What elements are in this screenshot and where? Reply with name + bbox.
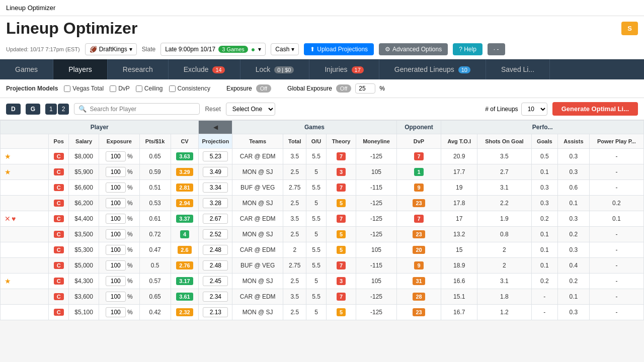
- star-icon[interactable]: ★: [5, 152, 11, 160]
- consistency-input[interactable]: [169, 85, 176, 92]
- exposure-toggle[interactable]: Off: [256, 84, 271, 93]
- exposure-input[interactable]: [106, 276, 126, 286]
- exposure-cell[interactable]: %: [99, 211, 139, 227]
- search-input[interactable]: [90, 106, 195, 113]
- projection-cell[interactable]: [199, 258, 232, 274]
- exposure-cell[interactable]: %: [99, 289, 139, 305]
- col-salary[interactable]: Salary: [69, 134, 99, 149]
- col-pos[interactable]: Pos: [49, 134, 69, 149]
- projection-input[interactable]: [203, 260, 228, 270]
- exposure-input[interactable]: [106, 245, 126, 255]
- tab-generated-lineups[interactable]: Generated Lineups 10: [379, 59, 486, 79]
- projection-cell[interactable]: [199, 274, 232, 289]
- projection-input[interactable]: [203, 151, 228, 161]
- star-icon[interactable]: ★: [5, 277, 11, 285]
- ceiling-check[interactable]: Ceiling: [136, 85, 163, 92]
- exposure-input[interactable]: [106, 214, 126, 224]
- col-shots[interactable]: Shots On Goal: [477, 134, 532, 149]
- projection-cell[interactable]: [199, 289, 232, 305]
- projection-input[interactable]: [203, 229, 228, 239]
- projection-cell[interactable]: [199, 196, 232, 211]
- tab-saved[interactable]: Saved Li...: [486, 59, 550, 79]
- projection-input[interactable]: [203, 245, 228, 255]
- exposure-cell[interactable]: %: [99, 242, 139, 258]
- projection-input[interactable]: [203, 276, 228, 286]
- dvp-check[interactable]: DvP: [110, 85, 130, 92]
- exposure-input[interactable]: [106, 151, 126, 161]
- exposure-input[interactable]: [106, 183, 126, 193]
- generate-btn[interactable]: Generate Optimal Li...: [552, 102, 638, 116]
- col-pts1k[interactable]: Pts/$1k: [139, 134, 171, 149]
- tab-games[interactable]: Games: [0, 59, 53, 79]
- search-box[interactable]: 🔍: [74, 103, 200, 115]
- btn-d[interactable]: D: [6, 104, 21, 115]
- projection-input[interactable]: [203, 292, 228, 302]
- projection-input[interactable]: [203, 307, 228, 317]
- col-dvp[interactable]: DvP: [396, 134, 441, 149]
- exposure-cell[interactable]: %: [99, 305, 139, 320]
- projection-input[interactable]: [203, 183, 228, 193]
- col-avgtoi[interactable]: Avg T.O.I: [441, 134, 477, 149]
- dvp-input[interactable]: [110, 85, 116, 92]
- col-powerplay[interactable]: Power Play P...: [589, 134, 643, 149]
- global-pct-input[interactable]: [355, 83, 375, 94]
- projection-cell[interactable]: [199, 305, 232, 320]
- tab-research[interactable]: Research: [108, 59, 169, 79]
- side-btn[interactable]: S: [621, 22, 638, 35]
- tab-injuries[interactable]: Injuries 17: [309, 59, 379, 79]
- tab-lock[interactable]: Lock 0 | $0: [240, 59, 310, 79]
- col-goals[interactable]: Goals: [531, 134, 557, 149]
- exposure-cell[interactable]: %: [99, 149, 139, 164]
- site-select[interactable]: 🏈 DraftKings ▾: [85, 43, 137, 55]
- dots-btn[interactable]: · -: [488, 43, 505, 55]
- exposure-input[interactable]: [106, 167, 126, 177]
- slate-select[interactable]: Late 9:00pm 10/17 3 Games ● ▾: [160, 43, 266, 56]
- star-icon[interactable]: ★: [5, 168, 11, 176]
- projection-cell[interactable]: [199, 180, 232, 196]
- projection-cell[interactable]: [199, 211, 232, 227]
- projection-cell[interactable]: [199, 227, 232, 242]
- consistency-check[interactable]: Consistency: [169, 85, 210, 92]
- ceiling-input[interactable]: [136, 85, 142, 92]
- page-2-btn[interactable]: 2: [58, 104, 69, 115]
- lineups-select[interactable]: 10: [521, 103, 547, 116]
- exposure-cell[interactable]: %: [99, 164, 139, 180]
- exposure-cell[interactable]: %: [99, 196, 139, 211]
- projection-cell[interactable]: [199, 164, 232, 180]
- exposure-input[interactable]: [106, 260, 126, 270]
- exposure-cell[interactable]: %: [99, 258, 139, 274]
- col-total[interactable]: Total: [283, 134, 306, 149]
- vegas-total-check[interactable]: Vegas Total: [64, 85, 104, 92]
- cash-select[interactable]: Cash ▾: [271, 43, 299, 55]
- col-theory[interactable]: Theory: [326, 134, 356, 149]
- upload-projections-btn[interactable]: ⬆ Upload Projections: [304, 43, 374, 55]
- col-ou[interactable]: O/U: [306, 134, 326, 149]
- col-teams[interactable]: Teams: [232, 134, 283, 149]
- global-toggle[interactable]: Off: [336, 84, 351, 93]
- projection-cell[interactable]: [199, 242, 232, 258]
- collapse-btn[interactable]: ◀: [199, 121, 232, 134]
- tab-players[interactable]: Players: [53, 59, 108, 79]
- col-moneyline[interactable]: Moneyline: [356, 134, 396, 149]
- advanced-options-btn[interactable]: ⚙ Advanced Options: [379, 43, 448, 55]
- page-1-btn[interactable]: 1: [45, 104, 57, 115]
- exposure-input[interactable]: [106, 307, 126, 317]
- vegas-total-input[interactable]: [64, 85, 70, 92]
- exposure-input[interactable]: [106, 198, 126, 208]
- heart-icon[interactable]: ♥: [12, 215, 16, 223]
- tab-exclude[interactable]: Exclude 14: [169, 59, 240, 79]
- exposure-cell[interactable]: %: [99, 227, 139, 242]
- projection-cell[interactable]: [199, 149, 232, 164]
- exposure-input[interactable]: [106, 229, 126, 239]
- col-assists[interactable]: Assists: [558, 134, 590, 149]
- exposure-cell[interactable]: %: [99, 274, 139, 289]
- projection-input[interactable]: [203, 198, 228, 208]
- exposure-input[interactable]: [106, 292, 126, 302]
- reset-select[interactable]: Select One: [226, 103, 275, 116]
- btn-g[interactable]: G: [26, 104, 40, 115]
- projection-input[interactable]: [203, 214, 228, 224]
- col-exposure[interactable]: Exposure: [99, 134, 139, 149]
- projection-input[interactable]: [203, 167, 228, 177]
- exposure-cell[interactable]: %: [99, 180, 139, 196]
- help-btn[interactable]: ? Help: [453, 43, 482, 55]
